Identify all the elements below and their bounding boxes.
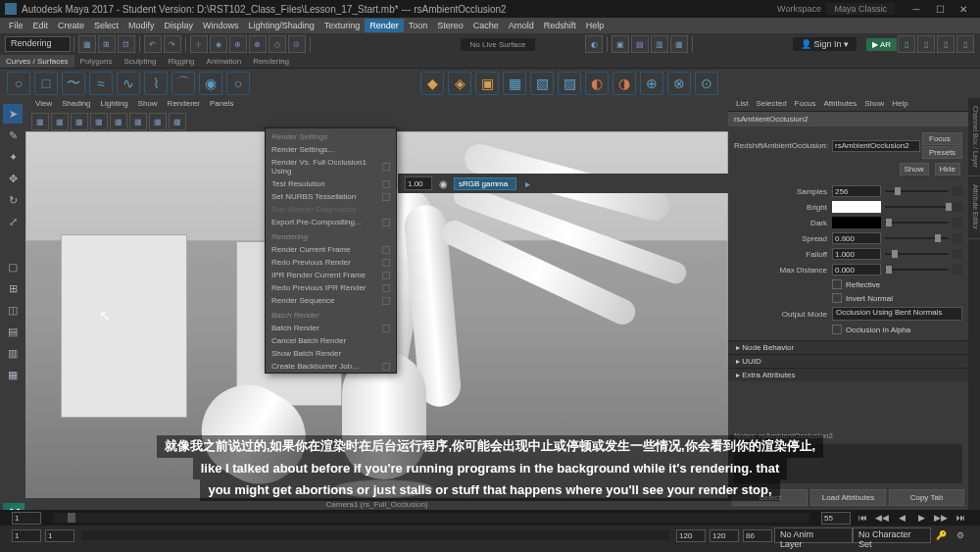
tb-snap-2[interactable]: ◈	[210, 35, 227, 53]
shelf-tool9-icon[interactable]: ⊕	[640, 72, 663, 95]
play-end-btn[interactable]: ⏭	[952, 510, 969, 526]
key-btn[interactable]: 🔑	[932, 527, 950, 543]
dark-swatch[interactable]	[832, 217, 881, 228]
occ-alpha-checkbox[interactable]	[832, 325, 842, 334]
vp-menu-lighting[interactable]: Lighting	[96, 98, 133, 112]
shelf-tool5-icon[interactable]: ▧	[530, 72, 554, 95]
time-marker[interactable]	[68, 513, 75, 523]
play-back-btn[interactable]: ◀	[893, 510, 910, 526]
tab-attributeeditor[interactable]: Attribute Editor	[968, 176, 980, 238]
shelf-tool10-icon[interactable]: ⊗	[667, 72, 691, 95]
layout-four[interactable]: ⊞	[3, 278, 23, 298]
layout-single[interactable]: ▢	[3, 257, 23, 276]
shelf-square-icon[interactable]: □	[34, 72, 58, 95]
ae-menu-selected[interactable]: Selected	[752, 98, 790, 111]
menu-edit[interactable]: Edit	[28, 19, 54, 32]
ae-select-btn[interactable]: Select	[732, 489, 808, 506]
scale-tool[interactable]: ⤢	[3, 212, 23, 231]
settings-btn[interactable]: ⚙	[952, 527, 969, 543]
spread-map-btn[interactable]	[953, 233, 962, 243]
ae-name-input[interactable]	[832, 140, 920, 152]
ae-menu-list[interactable]: List	[732, 98, 752, 111]
time-track[interactable]	[53, 513, 809, 523]
vp-tb-7[interactable]: ▦	[149, 113, 167, 130]
range-slider[interactable]	[81, 530, 669, 540]
shelf-tab-curves[interactable]: Curves / Surfaces	[0, 55, 74, 68]
spread-input[interactable]	[832, 232, 881, 244]
vp-tb-3[interactable]: ▦	[71, 113, 88, 130]
render-menu-backburner[interactable]: Create Backburner Job...	[266, 360, 396, 373]
menu-redshift[interactable]: Redshift	[539, 19, 581, 32]
falloff-map-btn[interactable]	[953, 249, 962, 259]
render-menu-redo-ipr[interactable]: Redo Previous IPR Render	[266, 281, 396, 294]
shelf-sphere-icon[interactable]: ○	[226, 72, 250, 95]
render-menu-render-using[interactable]: Render Vs. Full Occlusion1 Using	[266, 156, 396, 177]
maxdist-map-btn[interactable]	[953, 265, 962, 275]
tb-btn-2[interactable]: ⊞	[98, 35, 116, 53]
tb-snap-3[interactable]: ⊕	[229, 35, 247, 53]
shelf-tab-animation[interactable]: Animation	[201, 55, 248, 68]
tb-layout-2[interactable]: ▯	[917, 35, 935, 53]
shelf-spiral-icon[interactable]: ◉	[199, 72, 222, 95]
tb-layout-3[interactable]: ▯	[937, 35, 955, 53]
shelf-tool2-icon[interactable]: ◈	[448, 72, 471, 95]
menu-display[interactable]: Display	[160, 19, 199, 32]
maximize-button[interactable]: ☐	[928, 1, 952, 17]
outputmode-dropdown[interactable]: Occlusion Using Bent Normals	[832, 307, 962, 321]
render-menu-settings[interactable]: Render Settings...	[266, 143, 396, 156]
section-node-behavior[interactable]: Node Behavior	[728, 340, 968, 354]
tb-snap-6[interactable]: ⊙	[288, 35, 306, 53]
vp-tb-5[interactable]: ▦	[110, 113, 127, 130]
vp-menu-shading[interactable]: Shading	[57, 98, 95, 112]
tb-btn-1[interactable]: ▦	[78, 35, 96, 53]
samples-map-btn[interactable]	[953, 186, 962, 196]
char-set-dropdown[interactable]: No Character Set	[853, 527, 931, 543]
shelf-tab-polygons[interactable]: Polygons	[74, 55, 119, 68]
tb-btn-5[interactable]: ↷	[164, 35, 181, 53]
shelf-tool8-icon[interactable]: ◑	[612, 72, 636, 95]
menu-file[interactable]: File	[4, 19, 28, 32]
exposure-input[interactable]	[405, 176, 432, 190]
ae-hide-btn[interactable]: Hide	[935, 163, 960, 176]
ae-show-btn[interactable]: Show	[900, 163, 929, 176]
samples-slider[interactable]	[885, 186, 949, 196]
vp-icon1[interactable]: ◉	[435, 176, 451, 191]
shelf-curve4-icon[interactable]: ⌇	[144, 72, 168, 95]
section-uuid[interactable]: UUID	[728, 354, 968, 368]
tb-layout-1[interactable]: ▯	[898, 35, 915, 53]
tb-render-1[interactable]: ▣	[612, 35, 629, 53]
shelf-circle-icon[interactable]: ○	[7, 72, 30, 95]
select-tool[interactable]: ➤	[3, 104, 23, 124]
menu-help[interactable]: Help	[581, 19, 610, 32]
falloff-input[interactable]	[832, 248, 881, 260]
tb-snap-5[interactable]: ◇	[269, 35, 286, 53]
shelf-tab-sculpting[interactable]: Sculpting	[119, 55, 163, 68]
ae-copy-btn[interactable]: Copy Tab	[889, 489, 964, 506]
bright-slider[interactable]	[885, 202, 949, 212]
paint-tool[interactable]: ✦	[3, 147, 23, 167]
menu-arnold[interactable]: Arnold	[504, 19, 539, 32]
reflective-checkbox[interactable]	[832, 279, 842, 289]
tb-render-2[interactable]: ▤	[631, 35, 649, 53]
vp-tb-2[interactable]: ▦	[51, 113, 69, 130]
lasso-tool[interactable]: ✎	[3, 125, 23, 145]
menu-cache[interactable]: Cache	[468, 19, 504, 32]
render-menu-nurbs[interactable]: Set NURBS Tessellation	[266, 190, 396, 203]
menu-create[interactable]: Create	[53, 19, 89, 32]
mode-selector[interactable]: Rendering	[5, 36, 71, 52]
vp-tb-1[interactable]: ▦	[31, 113, 49, 130]
render-menu-export[interactable]: Export Pre-Compositing...	[266, 216, 396, 228]
render-menu-redo[interactable]: Redo Previous Render	[266, 256, 396, 269]
ae-presets-btn[interactable]: Presets	[922, 146, 962, 159]
vp-tb-8[interactable]: ▦	[169, 113, 186, 130]
ae-menu-help[interactable]: Help	[888, 98, 911, 111]
workspace-selector[interactable]: Maya Classic	[826, 3, 895, 15]
render-menu-batch[interactable]: Batch Render	[266, 322, 396, 334]
layout-persp[interactable]: ◫	[3, 300, 23, 320]
shelf-tool7-icon[interactable]: ◐	[585, 72, 609, 95]
notes-area[interactable]	[734, 444, 962, 483]
minimize-button[interactable]: ─	[905, 1, 928, 17]
dark-map-btn[interactable]	[953, 218, 962, 227]
close-button[interactable]: ✕	[952, 1, 975, 17]
range-start[interactable]	[12, 529, 41, 542]
